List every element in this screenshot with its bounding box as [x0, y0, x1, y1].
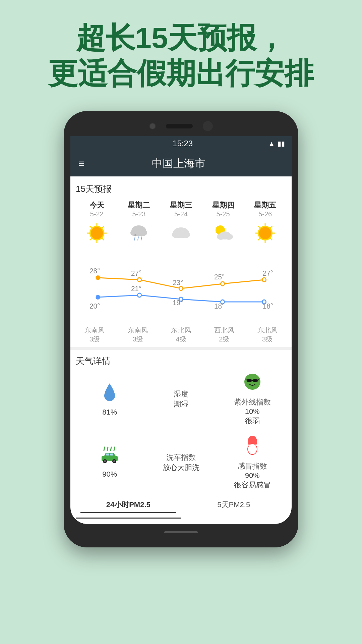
- day-name-2: 星期二: [128, 200, 150, 210]
- phone-mockup: 15:23 ▲ ▮▮ ≡ 中国上海市 15天预报 今天 5-22: [64, 111, 298, 547]
- svg-line-7: [102, 238, 104, 240]
- wind-dir-4: 西北风: [202, 326, 246, 335]
- carwash-icon: [100, 446, 120, 468]
- svg-text:18°: 18°: [214, 302, 225, 311]
- svg-point-12: [138, 229, 147, 236]
- svg-point-71: [104, 460, 106, 462]
- wind-dir-5: 东北风: [246, 326, 289, 335]
- svg-point-54: [244, 374, 260, 390]
- status-icons: ▲ ▮▮: [268, 140, 285, 148]
- svg-rect-67: [106, 453, 109, 455]
- svg-line-31: [270, 238, 272, 240]
- svg-point-39: [96, 295, 100, 300]
- weather-icon-5: [253, 221, 277, 245]
- svg-text:23°: 23°: [173, 279, 183, 287]
- day-date-4: 5-25: [217, 210, 230, 218]
- battery-icon: ▮▮: [278, 140, 285, 148]
- forecast-day-4: 星期四 5-25: [202, 200, 244, 245]
- details-row-1: 81% 湿度 潮湿: [76, 372, 286, 426]
- wind-lvl-1: 3级: [73, 335, 116, 344]
- weather-icon-2: [127, 221, 150, 245]
- carwash-sublabel: 放心大胆洗: [163, 463, 199, 473]
- phone-screen: 15:23 ▲ ▮▮ ≡ 中国上海市 15天预报 今天 5-22: [70, 136, 292, 524]
- svg-line-16: [141, 237, 142, 240]
- forecast-day-3: 星期三 5-24: [160, 200, 202, 245]
- svg-text:27°: 27°: [131, 269, 141, 278]
- day-date-1: 5-22: [90, 210, 104, 218]
- wind-dir-1: 东南风: [73, 326, 116, 335]
- uv-sublabel: 很弱: [245, 416, 260, 426]
- cold-icon: [244, 435, 261, 459]
- humidity-value: 81%: [102, 408, 117, 417]
- svg-rect-13: [134, 234, 136, 236]
- svg-point-23: [225, 234, 233, 240]
- forecast-day-2: 星期二 5-23: [118, 200, 160, 245]
- svg-line-32: [270, 226, 272, 228]
- wind-lvl-2: 3级: [116, 335, 160, 344]
- svg-text:28°: 28°: [89, 267, 100, 275]
- forecast-title: 15天预报: [76, 183, 286, 195]
- wind-day3: 东北风 4级: [160, 326, 203, 344]
- svg-rect-58: [253, 379, 258, 382]
- day-name-1: 今天: [89, 200, 104, 210]
- bottom-tabs: 24小时PM2.5 5天PM2.5: [76, 495, 286, 519]
- carwash-value: 90%: [102, 470, 117, 479]
- svg-rect-68: [110, 453, 113, 455]
- wind-lvl-3: 4级: [160, 335, 203, 344]
- svg-point-35: [137, 278, 141, 282]
- wind-day5: 东北风 3级: [246, 326, 289, 344]
- humidity-sublabel: 潮湿: [174, 399, 188, 409]
- svg-line-30: [258, 226, 260, 228]
- header-title: 超长15天预报， 更适合假期出行安排: [13, 20, 349, 91]
- header-section: 超长15天预报， 更适合假期出行安排: [0, 0, 362, 104]
- city-name: 中国上海市: [92, 156, 266, 171]
- tab-24h-pm25[interactable]: 24小时PM2.5: [76, 495, 181, 519]
- phone-container: 15:23 ▲ ▮▮ ≡ 中国上海市 15天预报 今天 5-22: [0, 111, 362, 547]
- phone-earpiece: [203, 121, 213, 131]
- svg-point-40: [137, 293, 141, 297]
- wind-info-row: 东南风 3级 东南风 3级 东北风 4级 西北风 2级 东北风 3级: [70, 322, 292, 347]
- phone-top-bar: [70, 121, 292, 131]
- wind-dir-3: 东北风: [160, 326, 203, 335]
- weather-icon-3: [169, 221, 193, 245]
- svg-point-37: [221, 282, 224, 286]
- menu-icon[interactable]: ≡: [78, 158, 85, 170]
- day-date-5: 5-26: [258, 210, 272, 218]
- svg-point-1: [91, 227, 103, 239]
- uv-value: 10%: [245, 407, 260, 416]
- day-date-2: 5-23: [132, 210, 145, 218]
- forecast-grid: 今天 5-22: [76, 200, 286, 245]
- wifi-icon: ▲: [268, 140, 275, 148]
- front-camera: [149, 123, 156, 129]
- svg-text:18°: 18°: [263, 302, 273, 311]
- cold-item: 感冒指数 90% 很容易感冒: [218, 435, 286, 490]
- uv-item: 紫外线指数 10% 很弱: [218, 372, 286, 426]
- svg-point-36: [179, 286, 183, 290]
- home-button[interactable]: [164, 531, 198, 533]
- svg-text:21°: 21°: [131, 285, 141, 293]
- tab-5day-pm25[interactable]: 5天PM2.5: [181, 495, 287, 519]
- wind-day1: 东南风 3级: [73, 326, 116, 344]
- svg-point-18: [172, 231, 181, 238]
- carwash-label-item: 洗车指数 放心大胆洗: [147, 452, 215, 473]
- cold-value: 90%: [245, 471, 260, 480]
- details-title: 天气详情: [76, 355, 286, 367]
- svg-line-64: [111, 447, 111, 450]
- uv-label: 紫外线指数: [234, 397, 271, 407]
- svg-point-25: [259, 227, 271, 239]
- weather-icon-4: [212, 221, 235, 245]
- humidity-item: 81%: [76, 382, 144, 417]
- forecast-section: 15天预报 今天 5-22: [70, 176, 292, 248]
- svg-line-33: [258, 238, 260, 240]
- humidity-label-item: 湿度 潮湿: [147, 389, 215, 409]
- phone-speaker: [166, 124, 193, 128]
- day-name-3: 星期三: [170, 200, 192, 210]
- svg-point-22: [217, 234, 225, 240]
- svg-line-63: [107, 447, 108, 450]
- day-name-5: 星期五: [254, 200, 276, 210]
- weather-details: 天气详情 81% 湿度 潮湿: [70, 347, 292, 524]
- humidity-label: 湿度: [174, 389, 188, 399]
- svg-line-14: [134, 237, 135, 240]
- tab-5day-label: 5天PM2.5: [217, 500, 250, 509]
- svg-point-19: [181, 231, 190, 238]
